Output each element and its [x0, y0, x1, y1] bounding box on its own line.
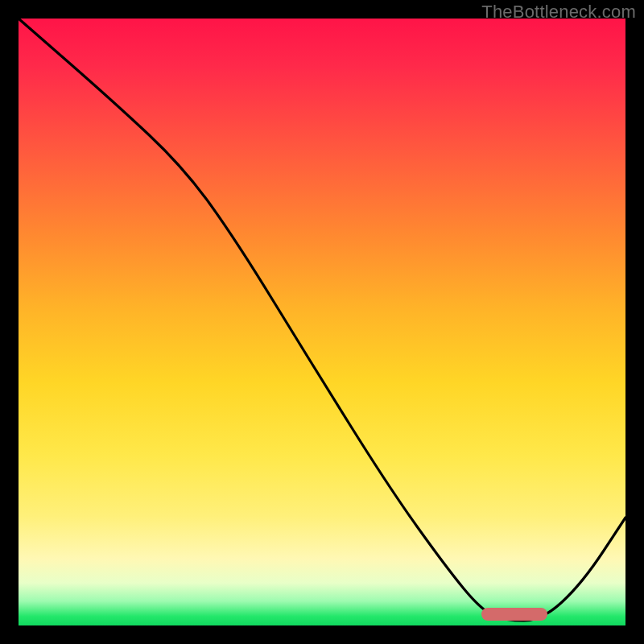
curve-overlay	[19, 19, 625, 625]
watermark-text: TheBottleneck.com	[481, 2, 636, 23]
bottleneck-curve	[19, 19, 625, 621]
plot-area	[19, 19, 625, 625]
chart-container: TheBottleneck.com	[0, 0, 644, 644]
optimal-range-marker	[481, 608, 547, 621]
